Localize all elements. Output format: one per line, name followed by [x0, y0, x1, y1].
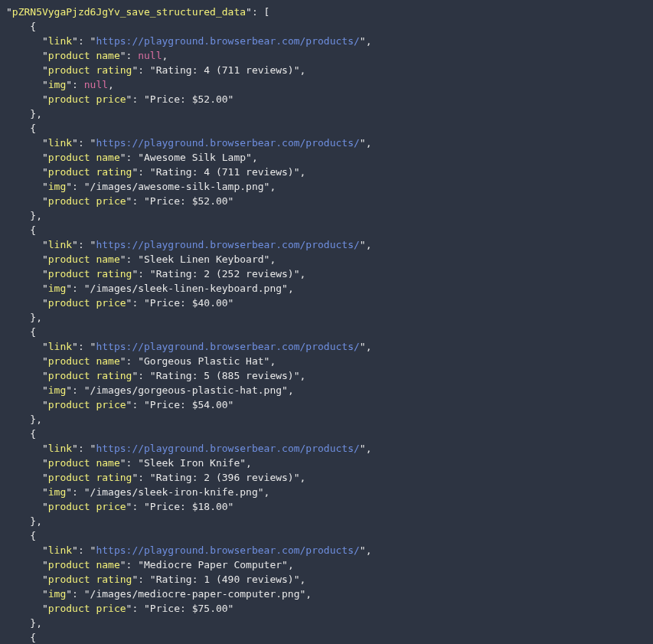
code-line: "product name": "Sleek Iron Knife",: [6, 456, 647, 470]
code-line: },: [6, 514, 647, 528]
quote: ": [144, 93, 150, 105]
indent: [6, 355, 42, 367]
quote: ": [42, 486, 48, 498]
quote: ": [42, 93, 48, 105]
code-line: "product price": "Price: $40.00": [6, 296, 647, 310]
value-link[interactable]: https://playground.browserbear.com/produ…: [96, 341, 359, 352]
comma: ,: [252, 152, 258, 163]
quote: ": [42, 268, 48, 280]
colon: :: [132, 93, 144, 105]
quote: ": [42, 603, 48, 614]
quote: ": [42, 574, 48, 585]
brace-close: },: [6, 108, 42, 119]
code-line: "product price": "Price: $52.00": [6, 194, 647, 208]
code-line: "img": "/images/gorgeous-plastic-hat.png…: [6, 383, 647, 397]
code-line: "img": null,: [6, 77, 647, 92]
colon: :: [72, 588, 84, 600]
value-link[interactable]: https://playground.browserbear.com/produ…: [96, 544, 359, 556]
key-product-name: product name: [48, 355, 120, 367]
value-link[interactable]: https://playground.browserbear.com/produ…: [96, 239, 359, 250]
indent: [6, 544, 42, 556]
quote: ": [42, 341, 48, 352]
quote: ": [228, 195, 234, 207]
key-link: link: [48, 341, 72, 352]
indent: [6, 297, 42, 309]
indent: [6, 341, 42, 352]
quote: ": [144, 399, 150, 410]
brace-close: },: [6, 210, 42, 221]
code-line: "link": "https://playground.browserbear.…: [6, 34, 647, 48]
colon: :: [138, 268, 150, 280]
quote: ": [258, 486, 264, 498]
colon: :: [78, 137, 90, 149]
value-img: /images/awesome-silk-lamp.png: [90, 181, 264, 192]
indent: [6, 443, 42, 454]
comma: ,: [269, 355, 276, 367]
quote: ": [138, 355, 144, 367]
quote: ": [360, 341, 366, 352]
quote: ": [246, 6, 252, 18]
quote: ": [144, 297, 150, 309]
code-line: {: [6, 121, 647, 136]
comma: ,: [366, 35, 372, 47]
code-line: {: [6, 19, 647, 34]
brace-open: {: [6, 224, 36, 236]
quote: ": [66, 79, 72, 90]
quote: ": [66, 486, 72, 498]
key-product-rating: product rating: [48, 166, 132, 178]
indent: [6, 166, 42, 178]
value-link[interactable]: https://playground.browserbear.com/produ…: [96, 137, 359, 149]
value-link[interactable]: https://playground.browserbear.com/produ…: [96, 35, 359, 47]
code-line: {: [6, 630, 647, 644]
code-line: "product rating": "Rating: 1 (490 review…: [6, 572, 647, 587]
quote: ": [66, 283, 72, 294]
value-link[interactable]: https://playground.browserbear.com/produ…: [96, 443, 359, 454]
code-line: "img": "/images/sleek-iron-knife.png",: [6, 485, 647, 499]
key-img: img: [48, 79, 66, 90]
comma: ,: [288, 283, 294, 294]
code-line: "pZRN5VygaPjzd6JgYv_save_structured_data…: [6, 5, 647, 19]
comma: ,: [300, 574, 306, 585]
code-line: "link": "https://playground.browserbear.…: [6, 441, 647, 456]
code-line: {: [6, 223, 647, 237]
code-line: "product rating": "Rating: 4 (711 review…: [6, 63, 647, 77]
indent: [6, 501, 42, 512]
indent: [6, 472, 42, 483]
indent: [6, 486, 42, 498]
brace-close: },: [6, 515, 42, 527]
indent: [6, 50, 42, 61]
quote: ": [138, 457, 144, 469]
quote: ": [228, 297, 234, 309]
code-line: {: [6, 528, 647, 543]
key-product-name: product name: [48, 559, 120, 570]
key-link: link: [48, 544, 72, 556]
code-line: "product price": "Price: $75.00": [6, 601, 647, 616]
colon: :: [132, 603, 144, 614]
code-line: {: [6, 325, 647, 339]
colon: :: [132, 399, 144, 410]
value-product-price: Price: $52.00: [150, 93, 228, 105]
quote: ": [294, 472, 300, 483]
indent: [6, 152, 42, 163]
colon: :: [72, 384, 84, 396]
code-line: "product rating": "Rating: 5 (885 review…: [6, 368, 647, 383]
quote: ": [282, 559, 288, 570]
indent: [6, 384, 42, 396]
code-line: "product price": "Price: $54.00": [6, 397, 647, 412]
quote: ": [144, 603, 150, 614]
brace-close: },: [6, 414, 42, 425]
indent: [6, 195, 42, 207]
key-product-name: product name: [48, 152, 120, 163]
value-product-rating: Rating: 4 (711 reviews): [156, 166, 294, 178]
code-line: },: [6, 616, 647, 630]
quote: ": [42, 79, 48, 90]
value-product-name: Awesome Silk Lamp: [144, 152, 246, 163]
quote: ": [150, 166, 156, 178]
colon: :: [126, 559, 139, 570]
key-product-name: product name: [48, 50, 120, 61]
quote: ": [120, 457, 126, 469]
value-null: null: [138, 50, 162, 61]
quote: ": [282, 384, 288, 396]
brace-close: },: [6, 617, 42, 629]
quote: ": [42, 239, 48, 250]
